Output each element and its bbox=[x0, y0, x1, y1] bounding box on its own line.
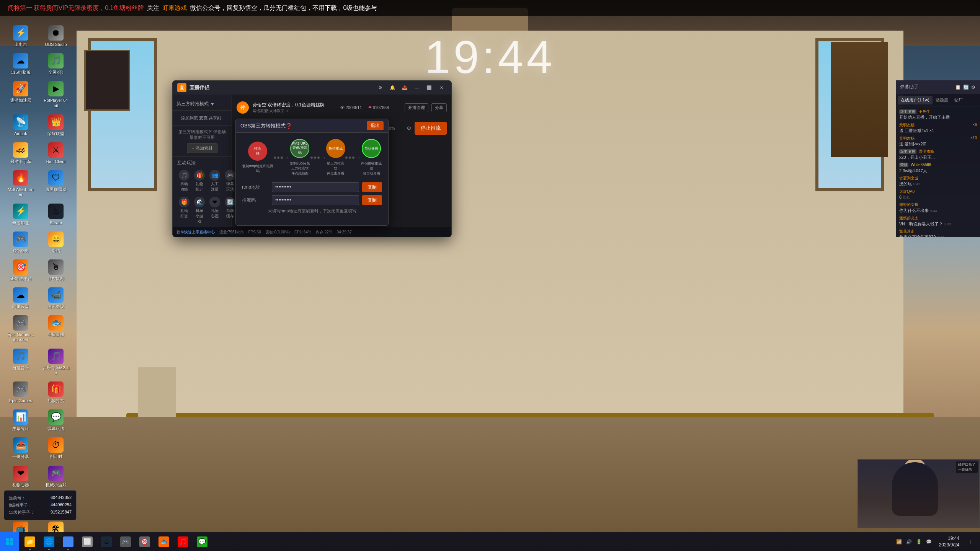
desktop-icon-AirLink[interactable]: 📡 AirLink bbox=[4, 112, 38, 139]
show-desktop-button[interactable]: | bbox=[965, 533, 976, 551]
close-button[interactable]: ✕ bbox=[436, 84, 447, 91]
stream-settings-icon[interactable]: ⚙ bbox=[375, 84, 385, 91]
obs-node-desc-1: 复制rtmp地址和推流码 bbox=[242, 164, 274, 174]
stream-share-icon[interactable]: 📤 bbox=[399, 84, 410, 91]
desktop-icon-阿里云盘[interactable]: ☁ 阿里云盘 bbox=[4, 285, 38, 311]
desktop-icon-斗鱼直播[interactable]: 🐟 斗鱼直播 bbox=[39, 313, 73, 344]
svg-rect-1 bbox=[10, 538, 13, 541]
desktop-icon-Epic-Games[interactable]: 🎮 Epic Games bbox=[4, 379, 38, 406]
taskbar-app-斗鱼[interactable]: 🐟 bbox=[155, 533, 173, 551]
desktop-icon-OBS-Studio[interactable]: ⏺ OBS Studio bbox=[39, 23, 73, 49]
desktop-icon-迅游加速器[interactable]: 🚀 迅游加速器 bbox=[4, 79, 38, 110]
desktop-icon-礼物心愿[interactable]: ❤ 礼物心愿 bbox=[4, 463, 38, 490]
desktop-icon-image: ▶ bbox=[48, 81, 64, 96]
tray-msg-icon[interactable]: 💬 bbox=[925, 538, 933, 546]
taskbar-app-游戏1[interactable]: 🎮 bbox=[116, 533, 135, 551]
mode-label[interactable]: 第三方转推模式 ▼ bbox=[176, 101, 228, 107]
add-material-button[interactable]: + 添加素材 bbox=[187, 143, 217, 153]
desktop-icon-礼物打赏[interactable]: 🎁 礼物打赏 bbox=[39, 379, 73, 406]
chat-message-3: 版主 直播 景明杰杨 x20，开出小丑王... bbox=[899, 148, 977, 160]
desktop-icon-荣耀联盟[interactable]: 👑 荣耀联盟 bbox=[39, 112, 73, 139]
interactive-tools-title: 互动玩法 bbox=[177, 160, 227, 166]
obs-arrow-1: → bbox=[274, 155, 289, 161]
chat-refresh-icon[interactable]: 🔄 bbox=[962, 84, 970, 91]
tray-battery-icon[interactable]: 🔋 bbox=[915, 538, 923, 546]
tray-network-icon[interactable]: 📶 bbox=[895, 538, 903, 546]
desktop-icon-弹幕玩法[interactable]: 💬 弹幕玩法 bbox=[39, 407, 73, 434]
obs-help-icon[interactable]: ❓ bbox=[286, 123, 292, 129]
taskbar-app-Steam[interactable]: ♨ bbox=[97, 533, 116, 551]
share-button[interactable]: 分享 bbox=[431, 103, 447, 112]
tool-人工注册[interactable]: 👥 人工注册 bbox=[208, 168, 222, 194]
desktop-icon-腾讯会议[interactable]: 📹 腾讯会议 bbox=[39, 285, 73, 311]
desktop-icon-image: 📡 bbox=[13, 114, 28, 130]
taskbar-app-微信[interactable]: 💬 bbox=[193, 533, 211, 551]
tool-礼物心愿[interactable]: ❤ 礼物心愿 bbox=[208, 195, 222, 226]
third-party-disabled-text: 第三方转推模式下 伴侣场景素材不可用 bbox=[176, 129, 228, 140]
tooltip-label-2: 8级摊手子： bbox=[9, 502, 32, 508]
chat-tab-heat[interactable]: 话题度 bbox=[933, 96, 951, 104]
taskbar-app-icon: 📁 bbox=[24, 536, 35, 547]
mode-selector[interactable]: 第三方转推模式 ▼ bbox=[173, 98, 232, 111]
taskbar-app-icon: 🌐 bbox=[44, 536, 54, 547]
open-streaming-button[interactable]: 开播管理 bbox=[405, 103, 428, 112]
taskbar-app-搜索[interactable]: ⬜ bbox=[78, 533, 96, 551]
desktop-icon-滑稽[interactable]: 😄 滑稽 bbox=[39, 229, 73, 256]
desktop-icon-机械小游戏[interactable]: 🎮 机械小游戏 bbox=[39, 463, 73, 490]
desktop-icon-Steam[interactable]: ♨ Steam bbox=[39, 201, 73, 228]
desktop-icon-出电击[interactable]: ⚡ 出电击 bbox=[4, 23, 38, 49]
desktop-icon-全民K歌[interactable]: 🎵 全民K歌 bbox=[39, 51, 73, 77]
chat-settings-icon[interactable]: ⚙ bbox=[970, 84, 976, 91]
volume-settings-icon[interactable]: ⚙ bbox=[407, 125, 412, 131]
chat-tab-diamond[interactable]: 钻厂 bbox=[951, 96, 966, 104]
taskbar-app-Edge[interactable]: 🌐 bbox=[40, 533, 58, 551]
desktop-icon-罗乐音乐M2..so[interactable]: 🎵 罗乐音乐M2..so bbox=[39, 346, 73, 378]
desktop-icon-Riot-Client[interactable]: ⚔ Riot Client bbox=[39, 140, 73, 166]
desktop-icon-Epic-Games-Launcher[interactable]: 🎮 Epic Games Launcher bbox=[4, 313, 38, 344]
desktop-icon-境界联盟鉴[interactable]: 🛡 境界联盟鉴 bbox=[39, 168, 73, 199]
desktop-icon-MSI-Afterburner[interactable]: 🔥 MSI Afterburner bbox=[4, 168, 38, 199]
rtmp-confirm-button[interactable]: 复制 bbox=[362, 182, 382, 192]
rtmp-input[interactable] bbox=[272, 182, 359, 192]
desktop-icon-自度音乐[interactable]: 🎵 自度音乐 bbox=[4, 346, 38, 378]
minimize-button[interactable]: — bbox=[412, 84, 422, 91]
stop-stream-button[interactable]: 停止推流 bbox=[415, 122, 447, 135]
sidebar-add-source[interactable]: 添加到流 麦克 共享到 bbox=[176, 113, 226, 123]
taskbar-app-游戏2[interactable]: 🎯 bbox=[136, 533, 154, 551]
desktop-icon-image: 📤 bbox=[13, 437, 28, 453]
desktop-icon-PotPlayer-64-bit[interactable]: ▶ PotPlayer 64 bit bbox=[39, 79, 73, 110]
streamer-info-bar: 孙 孙悟空·双倍稀密度，0.1鱼塘粉丝牌 网络联盟·大神教字 ✓ 👁 20035… bbox=[237, 99, 447, 116]
tool-机械小游戏[interactable]: 🌊 机械小游戏 bbox=[193, 195, 206, 226]
tooltip-popup: 当前号： 604342352 8级摊手子： 444060254 13级摊手子： … bbox=[4, 490, 77, 520]
desktop-icon-一键分享[interactable]: 📤 一键分享 bbox=[4, 435, 38, 461]
desktop-icon-image: ♨ bbox=[48, 204, 64, 219]
desktop-icon-触控鼠标[interactable]: 🖱 触控鼠标 bbox=[39, 257, 73, 284]
maximize-button[interactable]: ⬜ bbox=[424, 84, 434, 91]
stream-notif-icon[interactable]: 🔔 bbox=[387, 84, 398, 91]
obs-node-2: FMS URL管份/推流码 复制八Obs第三方推流软件点此截图 bbox=[289, 139, 310, 176]
tool-icon: 🎁 bbox=[194, 170, 205, 181]
desktop-icon-倒计时[interactable]: ⏱ 倒计时 bbox=[39, 435, 73, 461]
stream-key-confirm-button[interactable]: 复制 bbox=[362, 195, 382, 205]
chat-tab-online[interactable]: 在线用户(1.1w) bbox=[898, 96, 933, 104]
chat-copy-icon[interactable]: 📋 bbox=[954, 84, 962, 91]
tray-sound-icon[interactable]: 🔊 bbox=[905, 538, 913, 546]
obs-exit-button[interactable]: 退出 bbox=[367, 121, 384, 130]
desktop-icon-5E对战平台[interactable]: 🎯 5E对战平台 bbox=[4, 257, 38, 284]
stream-key-input[interactable] bbox=[272, 195, 359, 205]
heart-icon: ❤ bbox=[368, 105, 372, 110]
tool-礼物统计[interactable]: 🎁 礼物统计 bbox=[193, 168, 206, 194]
tool-抖动功能[interactable]: 🎵 抖动功能 bbox=[177, 168, 191, 194]
desktop-icon-最游卡丁车[interactable]: 🏎 最游卡丁车 bbox=[4, 140, 38, 166]
taskbar-app-文件管理器[interactable]: 📁 bbox=[21, 533, 39, 551]
taskbar-app-音乐[interactable]: 🎵 bbox=[174, 533, 192, 551]
taskbar-app-Chrome[interactable] bbox=[59, 533, 77, 551]
desktop-icon-QQ游戏[interactable]: 🎮 QQ游戏 bbox=[4, 229, 38, 256]
desktop-icon-奇游加速[interactable]: ⚡ 奇游加速 bbox=[4, 201, 38, 228]
desktop-icon-115电脑版[interactable]: ☁ 115电脑版 bbox=[4, 51, 38, 77]
tooltip-row-1: 当前号： 604342352 bbox=[9, 494, 72, 502]
start-button[interactable] bbox=[0, 532, 19, 551]
tool-礼物打赏[interactable]: 🎁 礼物打赏 bbox=[177, 195, 191, 226]
desktop-icon-墨幕统计[interactable]: 📊 墨幕统计 bbox=[4, 407, 38, 434]
taskbar-clock[interactable]: 19:44 2023/9/24 bbox=[936, 535, 962, 548]
